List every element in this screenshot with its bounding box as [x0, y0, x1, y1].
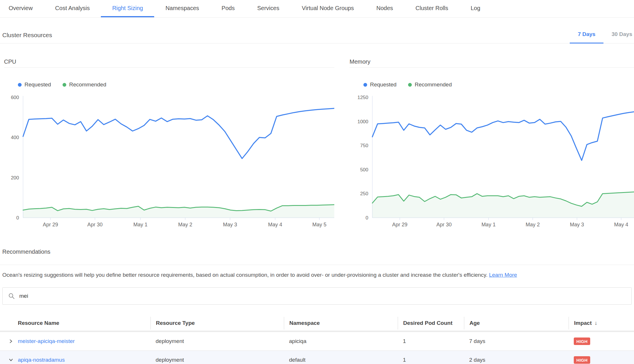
- svg-text:400: 400: [11, 135, 19, 140]
- svg-text:1000: 1000: [357, 119, 368, 124]
- svg-text:May 3: May 3: [570, 222, 584, 227]
- cpu-chart-panel: CPU RequestedRecommended 0200400600Apr 2…: [4, 56, 334, 230]
- charts-row: CPU RequestedRecommended 0200400600Apr 2…: [4, 56, 634, 230]
- svg-text:May 5: May 5: [312, 222, 327, 227]
- column-header-namespace: Namespace: [284, 317, 398, 329]
- namespace-cell: apiciqa: [284, 338, 398, 344]
- age-cell: 2 days: [464, 357, 569, 363]
- resource-type-cell: deployment: [150, 338, 284, 344]
- age-cell: 7 days: [464, 338, 569, 344]
- table-row: apiqa-nostradamusdeploymentdefault12 day…: [0, 350, 634, 364]
- svg-text:500: 500: [360, 167, 368, 172]
- column-header-age: Age: [464, 317, 569, 329]
- svg-text:May 2: May 2: [526, 222, 540, 227]
- legend-label: Requested: [24, 81, 51, 88]
- tab-cluster-rolls[interactable]: Cluster Rolls: [404, 0, 459, 17]
- resource-name-link[interactable]: apiqa-nostradamus: [18, 357, 65, 363]
- recommendations-divider: [0, 265, 634, 265]
- column-header-label: Desired Pod Count: [403, 320, 452, 326]
- svg-text:May 4: May 4: [614, 222, 628, 227]
- legend-dot-requested: [18, 83, 22, 87]
- svg-text:May 1: May 1: [482, 222, 496, 227]
- column-header-label: Age: [469, 320, 480, 326]
- impact-badge: HIGH: [574, 338, 590, 345]
- legend-item-requested[interactable]: Requested: [18, 81, 51, 88]
- legend-item-requested[interactable]: Requested: [363, 81, 397, 88]
- column-header-label: Resource Type: [156, 320, 195, 326]
- time-range-toggle: 7 Days 30 Days: [570, 31, 634, 43]
- search-icon: [8, 293, 15, 299]
- svg-text:May 3: May 3: [223, 222, 237, 227]
- legend-item-recommended[interactable]: Recommended: [63, 81, 106, 88]
- svg-text:250: 250: [360, 191, 368, 196]
- column-header-label: Impact: [574, 320, 592, 326]
- range-30-days[interactable]: 30 Days: [603, 31, 634, 43]
- column-header-label: Resource Name: [18, 320, 59, 326]
- recommendations-description: Ocean's resizing suggestions will help y…: [2, 271, 632, 279]
- chevron-right-icon[interactable]: [9, 339, 13, 344]
- memory-chart-panel: Memory RequestedRecommended 025050075010…: [350, 56, 634, 230]
- top-tab-bar: OverviewCost AnalysisRight SizingNamespa…: [0, 0, 634, 18]
- tab-services[interactable]: Services: [246, 0, 290, 17]
- legend-label: Requested: [370, 81, 397, 88]
- tab-virtual-node-groups[interactable]: Virtual Node Groups: [290, 0, 365, 17]
- desired-pod-count-cell: 1: [398, 338, 464, 344]
- cluster-resources-header: Cluster Resources 7 Days 30 Days: [0, 18, 634, 43]
- table-header-row: Resource NameResource TypeNamespaceDesir…: [0, 316, 634, 331]
- range-7-days[interactable]: 7 Days: [570, 31, 603, 43]
- cpu-chart-title: CPU: [4, 58, 334, 68]
- impact-cell: HIGH: [569, 338, 634, 345]
- resource-name-link[interactable]: meister-apiciqa-meister: [18, 338, 75, 344]
- svg-text:600: 600: [11, 95, 19, 100]
- resource-name-cell: apiqa-nostradamus: [0, 357, 150, 363]
- tab-log[interactable]: Log: [459, 0, 491, 17]
- resource-type-cell: deployment: [150, 357, 284, 363]
- memory-chart-title: Memory: [350, 58, 634, 68]
- recommendations-table: Resource NameResource TypeNamespaceDesir…: [0, 316, 634, 364]
- column-header-resource-name: Resource Name: [0, 317, 150, 329]
- tab-cost-analysis[interactable]: Cost Analysis: [44, 0, 101, 17]
- legend-label: Recommended: [69, 81, 106, 88]
- cpu-chart-legend: RequestedRecommended: [18, 81, 334, 88]
- sort-desc-icon[interactable]: ↓: [595, 320, 597, 326]
- legend-label: Recommended: [415, 81, 452, 88]
- section-title: Cluster Resources: [0, 32, 52, 43]
- svg-text:0: 0: [366, 215, 368, 221]
- tab-nodes[interactable]: Nodes: [365, 0, 404, 17]
- search-box: [2, 287, 632, 305]
- svg-text:750: 750: [360, 143, 368, 148]
- recommendations-description-text: Ocean's resizing suggestions will help y…: [2, 272, 489, 278]
- svg-text:May 1: May 1: [133, 222, 148, 227]
- svg-text:Apr 30: Apr 30: [87, 222, 103, 227]
- svg-text:Apr 29: Apr 29: [43, 222, 58, 227]
- column-header-label: Namespace: [289, 320, 320, 326]
- learn-more-link[interactable]: Learn More: [489, 272, 517, 278]
- desired-pod-count-cell: 1: [398, 357, 464, 363]
- table-row: meister-apiciqa-meisterdeploymentapiciqa…: [0, 332, 634, 350]
- legend-dot-requested: [363, 83, 367, 87]
- column-header-desired-pod-count: Desired Pod Count: [398, 317, 464, 329]
- namespace-cell: default: [284, 357, 398, 363]
- legend-dot-recommended: [408, 83, 412, 87]
- legend-dot-recommended: [63, 83, 66, 87]
- tab-namespaces[interactable]: Namespaces: [154, 0, 210, 17]
- svg-text:May 4: May 4: [268, 222, 282, 227]
- svg-text:Apr 30: Apr 30: [436, 222, 452, 227]
- memory-chart-canvas: 025050075010001250Apr 29Apr 30May 1May 2…: [350, 93, 634, 230]
- column-header-impact[interactable]: Impact↓: [569, 317, 634, 329]
- impact-cell: HIGH: [569, 356, 634, 364]
- tab-overview[interactable]: Overview: [0, 0, 44, 17]
- column-header-resource-type: Resource Type: [150, 317, 284, 329]
- search-input[interactable]: [19, 293, 626, 299]
- svg-text:1250: 1250: [357, 95, 368, 100]
- tab-pods[interactable]: Pods: [210, 0, 246, 17]
- svg-text:0: 0: [16, 215, 19, 221]
- tab-right-sizing[interactable]: Right Sizing: [101, 0, 154, 17]
- svg-text:200: 200: [11, 175, 19, 181]
- legend-item-recommended[interactable]: Recommended: [408, 81, 452, 88]
- memory-chart-legend: RequestedRecommended: [363, 81, 634, 88]
- chevron-down-icon[interactable]: [9, 358, 13, 362]
- resource-name-cell: meister-apiciqa-meister: [0, 338, 150, 344]
- impact-badge: HIGH: [574, 356, 590, 364]
- table-body: meister-apiciqa-meisterdeploymentapiciqa…: [0, 332, 634, 364]
